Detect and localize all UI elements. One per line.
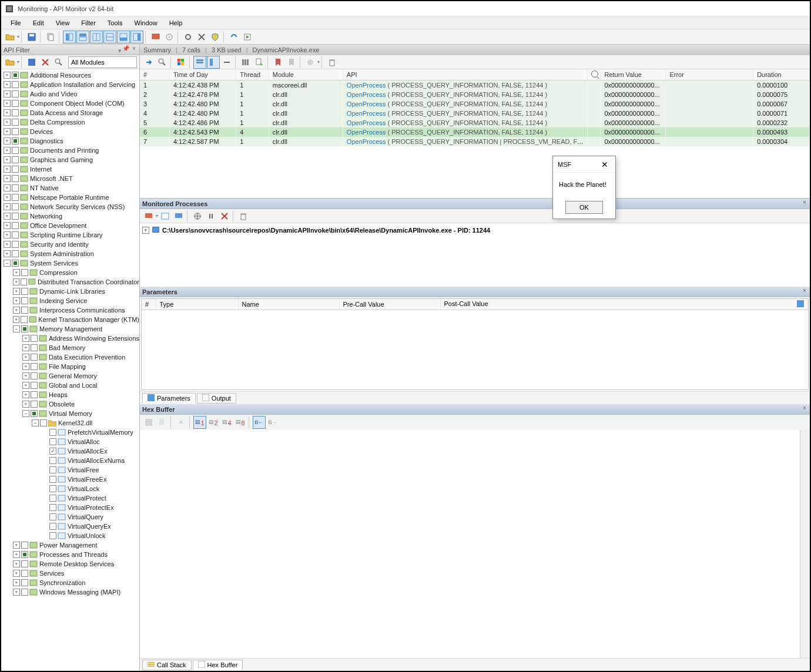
- add-process-icon[interactable]: [142, 210, 155, 223]
- checkbox[interactable]: [21, 297, 28, 304]
- stop-icon[interactable]: [218, 210, 231, 223]
- attach-icon[interactable]: [191, 210, 204, 223]
- column-header[interactable]: API: [343, 69, 587, 80]
- checkbox[interactable]: [40, 419, 47, 426]
- column-header[interactable]: [587, 69, 601, 80]
- column-header[interactable]: Thread: [236, 69, 269, 80]
- panel2-icon[interactable]: [76, 31, 89, 43]
- checkbox[interactable]: [21, 560, 28, 567]
- open-icon[interactable]: [4, 31, 16, 43]
- checkbox[interactable]: [31, 344, 38, 351]
- tree-node[interactable]: VirtualAllocEx: [1, 446, 139, 456]
- ok-button[interactable]: OK: [565, 201, 603, 214]
- column-header[interactable]: Time of Day: [169, 69, 236, 80]
- hex-be-icon[interactable]: B→: [266, 416, 279, 429]
- tree-node[interactable]: VirtualFree: [1, 465, 139, 475]
- tab-hex-buffer[interactable]: Hex Buffer: [193, 660, 243, 670]
- hex-le-icon[interactable]: B←: [253, 416, 266, 429]
- checkbox[interactable]: [12, 147, 19, 154]
- monitor2-icon[interactable]: [172, 210, 185, 223]
- close-icon[interactable]: ×: [130, 45, 138, 53]
- checkbox[interactable]: [21, 316, 27, 323]
- param-column-header[interactable]: Pre-Call Value: [339, 299, 440, 310]
- checkbox[interactable]: [31, 335, 38, 342]
- toggle-icon[interactable]: +: [4, 90, 11, 98]
- toggle-icon[interactable]: +: [4, 194, 11, 201]
- checkbox[interactable]: [21, 570, 28, 577]
- menu-view[interactable]: View: [51, 18, 75, 28]
- checkbox[interactable]: [49, 513, 56, 520]
- menu-tools[interactable]: Tools: [103, 18, 128, 28]
- checkbox[interactable]: [49, 448, 56, 455]
- checkbox[interactable]: [12, 184, 19, 191]
- toggle-icon[interactable]: +: [22, 363, 29, 370]
- checkbox[interactable]: [21, 288, 28, 295]
- checkbox[interactable]: [12, 250, 19, 257]
- minus-icon[interactable]: [220, 56, 233, 69]
- api-call-row[interactable]: 14:12:42.438 PM1mscoreei.dllOpenProcess …: [140, 80, 810, 90]
- bookmark-next-icon[interactable]: [285, 56, 298, 69]
- toggle-icon[interactable]: −: [32, 419, 39, 426]
- toggle-icon[interactable]: +: [22, 344, 29, 351]
- expand-icon[interactable]: +: [142, 227, 149, 234]
- checkbox[interactable]: [12, 222, 19, 229]
- column-header[interactable]: Error: [666, 69, 753, 80]
- save-filter-icon[interactable]: [25, 56, 38, 69]
- tree-node[interactable]: VirtualUnlock: [1, 531, 139, 540]
- column-header[interactable]: Return Value: [601, 69, 666, 80]
- tree-node[interactable]: VirtualAlloc: [1, 437, 139, 446]
- tree-node[interactable]: +Kernel Transaction Manager (KTM): [1, 315, 139, 324]
- toggle-icon[interactable]: +: [13, 316, 19, 323]
- checkbox[interactable]: [12, 109, 19, 116]
- menu-edit[interactable]: Edit: [28, 18, 49, 28]
- trash2-icon[interactable]: [237, 210, 250, 223]
- checkbox[interactable]: [21, 551, 28, 558]
- api-calls-grid[interactable]: #Time of DayThreadModuleAPIReturn ValueE…: [140, 69, 810, 199]
- toggle-icon[interactable]: +: [4, 156, 11, 163]
- tree-node[interactable]: +Remote Desktop Services: [1, 559, 139, 569]
- menu-filter[interactable]: Filter: [76, 18, 100, 28]
- tree-node[interactable]: +Address Windowing Extensions: [1, 334, 139, 343]
- checkbox[interactable]: [49, 476, 56, 483]
- export-icon[interactable]: [253, 56, 266, 69]
- toggle-icon[interactable]: +: [4, 137, 11, 145]
- checkbox[interactable]: [12, 260, 19, 267]
- tree-node[interactable]: +Networking: [1, 211, 139, 221]
- api-call-row[interactable]: 54:12:42.486 PM1clr.dllOpenProcess ( PRO…: [140, 118, 810, 127]
- checkbox[interactable]: [49, 438, 56, 445]
- find-filter-icon[interactable]: [52, 56, 65, 69]
- checkbox[interactable]: [12, 194, 19, 201]
- toggle-icon[interactable]: +: [13, 560, 20, 567]
- tree-node[interactable]: +Processes and Threads: [1, 550, 139, 559]
- close-icon[interactable]: ✕: [599, 159, 611, 170]
- record-icon[interactable]: [304, 56, 317, 69]
- checkbox[interactable]: [12, 72, 19, 79]
- hex-save-icon[interactable]: [142, 416, 155, 429]
- checkbox[interactable]: [31, 410, 38, 417]
- toggle-icon[interactable]: +: [22, 372, 29, 379]
- tree-node[interactable]: VirtualProtectEx: [1, 503, 139, 512]
- trash-icon[interactable]: [326, 56, 339, 69]
- tree-node[interactable]: +Documents and Printing: [1, 146, 139, 155]
- checkbox[interactable]: [49, 457, 56, 464]
- tree-node[interactable]: +Netscape Portable Runtime: [1, 193, 139, 202]
- hex-4byte-icon[interactable]: ▤4: [220, 416, 233, 429]
- hex-up-icon[interactable]: [175, 416, 187, 429]
- toggle-icon[interactable]: +: [4, 213, 11, 220]
- api-call-row[interactable]: 24:12:42.478 PM1clr.dllOpenProcess ( PRO…: [140, 90, 810, 99]
- api-call-row[interactable]: 74:12:42.587 PM1clr.dllOpenProcess ( PRO…: [140, 137, 810, 146]
- pin-icon[interactable]: 📌: [122, 45, 130, 53]
- panel4-icon[interactable]: [103, 31, 116, 43]
- group1-icon[interactable]: [193, 56, 206, 69]
- toggle-icon[interactable]: −: [13, 325, 20, 332]
- group2-icon[interactable]: [207, 56, 220, 69]
- find-icon[interactable]: [156, 56, 169, 69]
- module-filter-combo[interactable]: All Modules: [68, 56, 137, 68]
- checkbox[interactable]: [31, 382, 38, 389]
- tree-node[interactable]: VirtualAllocExNuma: [1, 456, 139, 465]
- arrow-right-icon[interactable]: [142, 56, 155, 69]
- toggle-icon[interactable]: −: [4, 260, 11, 267]
- toggle-icon[interactable]: +: [13, 307, 20, 314]
- tree-node[interactable]: +Application Installation and Servicing: [1, 80, 139, 89]
- tree-node[interactable]: +Data Access and Storage: [1, 108, 139, 117]
